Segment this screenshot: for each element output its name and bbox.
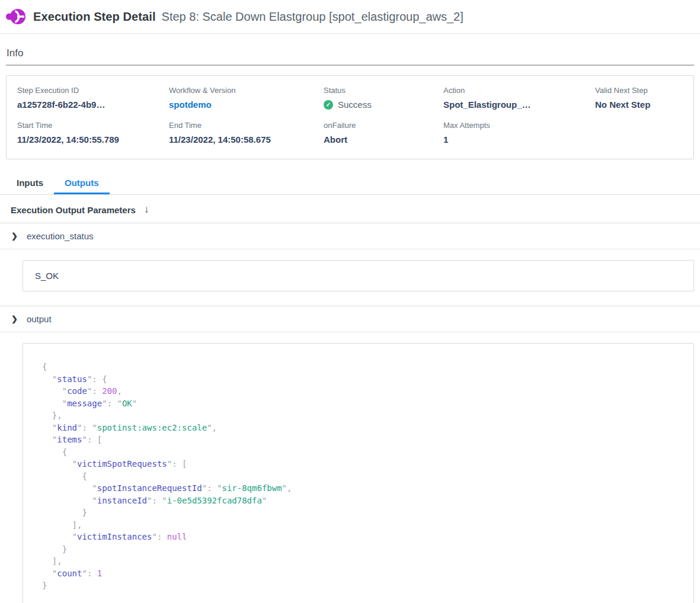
field-value: 1 xyxy=(443,134,595,145)
execution-status-value-box: S_OK xyxy=(23,260,694,291)
tab-inputs[interactable]: Inputs xyxy=(6,172,54,194)
brand-logo-icon xyxy=(6,8,26,25)
execution-output-parameters-header: Execution Output Parameters ↓ xyxy=(0,195,700,223)
field-value: 11/23/2022, 14:50:58.675 xyxy=(169,134,324,145)
chevron-right-icon[interactable]: ❯ xyxy=(11,232,18,240)
download-icon[interactable]: ↓ xyxy=(144,204,149,216)
info-divider xyxy=(6,65,694,66)
status-badge: ✓ Success xyxy=(324,100,443,110)
field-label: Workflow & Version xyxy=(169,86,324,95)
group-name: output xyxy=(27,314,52,324)
success-check-icon: ✓ xyxy=(324,100,333,110)
field-value: Spot_Elastigroup_… xyxy=(443,100,595,110)
tab-bar: Inputs Outputs xyxy=(0,172,700,195)
page-title: Execution Step Detail xyxy=(33,10,156,24)
status-text: Success xyxy=(338,100,372,110)
info-section-title: Info xyxy=(7,47,700,59)
field-end-time: End Time 11/23/2022, 14:50:58.675 xyxy=(169,121,324,145)
execution-output-parameters-title: Execution Output Parameters xyxy=(11,205,136,215)
workflow-link[interactable]: spotdemo xyxy=(169,100,324,110)
field-max-attempts: Max Attempts 1 xyxy=(443,121,595,145)
field-label: onFailure xyxy=(324,121,443,130)
json-code: { "status": { "code": 200, "message": "O… xyxy=(23,344,693,603)
field-valid-next-step: Valid Next Step No Next Step xyxy=(595,86,683,110)
page-subtitle: Step 8: Scale Down Elastgroup [spot_elas… xyxy=(162,10,464,24)
field-label: End Time xyxy=(169,121,324,130)
field-label: Action xyxy=(443,86,595,95)
field-step-execution-id: Step Execution ID a125728f-6b22-4b9… xyxy=(17,86,169,110)
field-label: Step Execution ID xyxy=(17,86,169,95)
field-value: No Next Step xyxy=(595,100,683,110)
field-start-time: Start Time 11/23/2022, 14:50:55.789 xyxy=(17,121,169,145)
field-status: Status ✓ Success xyxy=(324,86,443,110)
field-value: Abort xyxy=(324,134,443,145)
field-onfailure: onFailure Abort xyxy=(324,121,443,145)
app-header: Execution Step Detail Step 8: Scale Down… xyxy=(0,0,700,34)
field-label: Status xyxy=(324,86,443,95)
group-row-execution-status[interactable]: ❯ execution_status xyxy=(0,223,700,249)
chevron-right-icon[interactable]: ❯ xyxy=(11,315,18,323)
field-action: Action Spot_Elastigroup_… xyxy=(443,86,595,110)
output-json-box: { "status": { "code": 200, "message": "O… xyxy=(23,343,694,603)
field-value: a125728f-6b22-4b9… xyxy=(17,100,169,110)
field-value: 11/23/2022, 14:50:55.789 xyxy=(17,134,169,145)
field-label: Valid Next Step xyxy=(595,86,683,95)
tab-outputs[interactable]: Outputs xyxy=(54,172,110,194)
field-label: Start Time xyxy=(17,121,169,130)
field-workflow-version: Workflow & Version spotdemo xyxy=(169,86,324,110)
execution-status-value: S_OK xyxy=(35,271,59,281)
info-card: Step Execution ID a125728f-6b22-4b9… Wor… xyxy=(6,75,694,159)
group-name: execution_status xyxy=(27,231,94,241)
field-label: Max Attempts xyxy=(443,121,595,130)
group-row-output[interactable]: ❯ output xyxy=(0,306,700,332)
